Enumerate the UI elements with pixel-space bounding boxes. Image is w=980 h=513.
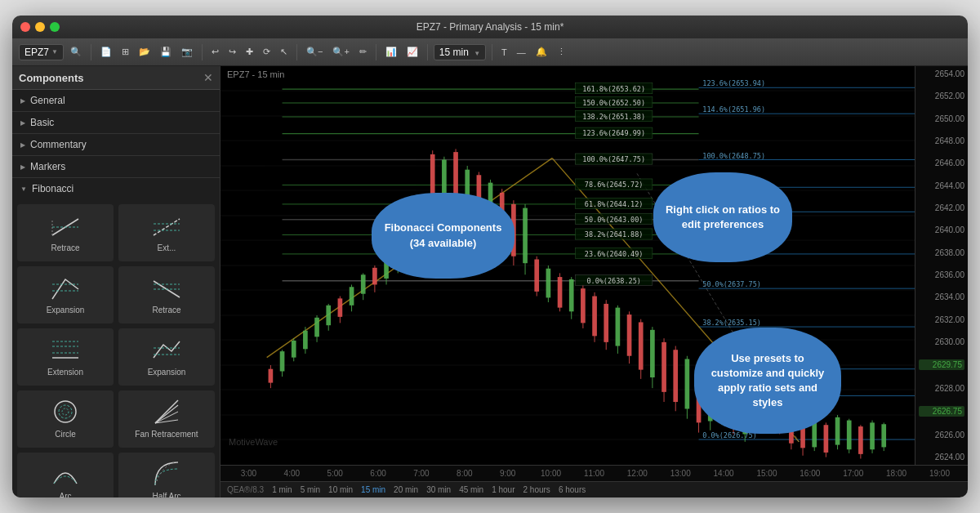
component-retrace-1[interactable]: Retrace xyxy=(17,204,114,261)
svg-text:150.0%(2652.50): 150.0%(2652.50) xyxy=(582,99,645,107)
svg-text:0.0%(2638.25): 0.0%(2638.25) xyxy=(586,277,641,285)
expansion-2-icon xyxy=(152,335,181,364)
svg-rect-79 xyxy=(338,298,343,317)
zoom-in-button[interactable]: 🔍+ xyxy=(329,45,352,59)
main-window: EPZ7 - Primary Analysis - 15 min* EPZ7 ▼… xyxy=(12,16,968,497)
price-2654: 2654.00 xyxy=(919,69,964,78)
undo-button[interactable]: ↩ xyxy=(208,45,222,59)
fibonacci-components-grid: Retrace Ext... xyxy=(12,199,220,497)
symbol-selector[interactable]: EPZ7 ▼ xyxy=(19,44,64,60)
close-button[interactable] xyxy=(20,22,30,32)
price-line-button[interactable]: — xyxy=(514,46,529,59)
section-fibonacci-header[interactable]: ▼ Fibonacci xyxy=(12,178,220,199)
svg-text:38.2%(2635.15): 38.2%(2635.15) xyxy=(702,319,761,327)
maximize-button[interactable] xyxy=(50,22,60,32)
svg-text:161.8%(2653.62): 161.8%(2653.62) xyxy=(582,85,645,93)
search-button[interactable]: 🔍 xyxy=(67,45,85,59)
component-extension-1[interactable]: Extension xyxy=(17,328,114,386)
component-fan-retracement[interactable]: Fan Retracement xyxy=(118,390,215,448)
time-9: 9:00 xyxy=(486,469,529,478)
svg-rect-171 xyxy=(870,422,875,449)
sync-button[interactable]: ⟳ xyxy=(260,45,274,59)
tf-10min[interactable]: 10 min xyxy=(328,485,353,494)
svg-rect-125 xyxy=(604,304,608,342)
new-chart-button[interactable]: 📄 xyxy=(97,45,115,59)
svg-rect-71 xyxy=(292,341,296,358)
sidebar-scroll[interactable]: ▶ General ▶ Basic ▶ Commentary xyxy=(12,90,220,497)
svg-point-18 xyxy=(59,405,72,418)
component-arc[interactable]: Arc xyxy=(17,453,114,497)
time-13: 13:00 xyxy=(659,469,702,478)
text-button[interactable]: T xyxy=(498,46,510,59)
tf-1min[interactable]: 1 min xyxy=(272,485,292,494)
alert-button[interactable]: 🔔 xyxy=(532,45,550,59)
component-circle[interactable]: Circle xyxy=(17,390,114,448)
svg-text:100.0%(2648.75): 100.0%(2648.75) xyxy=(702,152,765,160)
zoom-out-button[interactable]: 🔍− xyxy=(303,45,326,59)
separator-2 xyxy=(202,44,203,60)
section-commentary-header[interactable]: ▶ Commentary xyxy=(12,134,220,155)
svg-point-17 xyxy=(55,401,76,422)
svg-text:50.0%(2637.75): 50.0%(2637.75) xyxy=(702,280,761,288)
minimize-button[interactable] xyxy=(35,22,45,32)
presets-callout: Use presets to customize and quickly app… xyxy=(694,328,841,434)
redo-button[interactable]: ↪ xyxy=(225,45,239,59)
time-8: 8:00 xyxy=(443,469,486,478)
half-arc-label: Half Arc xyxy=(152,492,180,497)
time-3: 3:00 xyxy=(227,469,270,478)
open-button[interactable]: 📂 xyxy=(136,45,154,59)
half-arc-icon xyxy=(152,459,181,488)
time-6: 6:00 xyxy=(357,469,400,478)
save-button[interactable]: 💾 xyxy=(157,45,175,59)
section-markers: ▶ Markers xyxy=(12,156,220,178)
sidebar-close-button[interactable]: ✕ xyxy=(203,71,213,84)
timeframe-selector[interactable]: 15 min ▼ xyxy=(434,44,486,60)
component-ext-1[interactable]: Ext... xyxy=(118,204,215,261)
component-half-arc[interactable]: Half Arc xyxy=(118,453,215,497)
tf-30min[interactable]: 30 min xyxy=(426,485,451,494)
svg-rect-67 xyxy=(269,369,274,383)
presets-callout-text: Use presets to customize and quickly app… xyxy=(706,351,830,411)
section-general-header[interactable]: ▶ General xyxy=(12,90,220,111)
svg-text:100.0%(2647.75): 100.0%(2647.75) xyxy=(582,155,645,163)
crosshair-button[interactable]: ✚ xyxy=(243,45,256,59)
indicator-button[interactable]: 📈 xyxy=(403,45,421,59)
tf-5min[interactable]: 5 min xyxy=(301,485,320,494)
camera-button[interactable]: 📷 xyxy=(178,45,196,59)
section-basic-label: Basic xyxy=(30,117,54,128)
component-retrace-2[interactable]: Retrace xyxy=(118,266,215,323)
retrace-2-icon xyxy=(152,273,181,302)
tf-20min[interactable]: 20 min xyxy=(394,485,418,494)
tf-15min[interactable]: 15 min xyxy=(361,485,385,494)
bottom-bar: QEA®/8.3 1 min 5 min 10 min 15 min 20 mi… xyxy=(220,481,968,497)
bar-type-button[interactable]: 📊 xyxy=(382,45,400,59)
section-markers-header[interactable]: ▶ Markers xyxy=(12,156,220,177)
extension-1-label: Extension xyxy=(47,368,83,377)
chart-symbol-label: EPZ7 - 15 min xyxy=(227,69,284,79)
separator-4 xyxy=(376,44,376,60)
price-2642: 2642.00 xyxy=(919,203,964,212)
svg-rect-111 xyxy=(523,208,528,264)
chart-grid-button[interactable]: ⊞ xyxy=(118,45,132,59)
svg-rect-83 xyxy=(361,274,366,293)
sidebar-header: Components ✕ xyxy=(12,66,220,90)
tf-1hour[interactable]: 1 hour xyxy=(492,485,514,494)
chevron-down-icon-fibonacci: ▼ xyxy=(20,185,27,193)
svg-rect-131 xyxy=(639,322,644,369)
window-title: EPZ7 - Primary Analysis - 15 min* xyxy=(416,21,564,33)
chart-area[interactable]: EPZ7 - 15 min xyxy=(220,66,915,465)
tf-2hours[interactable]: 2 hours xyxy=(523,485,550,494)
section-basic-header[interactable]: ▶ Basic xyxy=(12,112,220,133)
component-expansion-1[interactable]: Expansion xyxy=(17,266,114,323)
component-expansion-2[interactable]: Expansion xyxy=(118,328,215,386)
svg-line-3 xyxy=(154,219,180,235)
cursor-button[interactable]: ↖ xyxy=(277,45,291,59)
draw-button[interactable]: ✏ xyxy=(356,45,370,59)
tf-45min[interactable]: 45 min xyxy=(459,485,483,494)
svg-rect-129 xyxy=(627,314,632,356)
svg-rect-85 xyxy=(372,268,377,285)
more-button[interactable]: ⋮ xyxy=(554,45,569,59)
tf-6hours[interactable]: 6 hours xyxy=(559,485,586,494)
svg-rect-163 xyxy=(824,425,829,453)
timeframe-text: 15 min xyxy=(439,47,469,58)
